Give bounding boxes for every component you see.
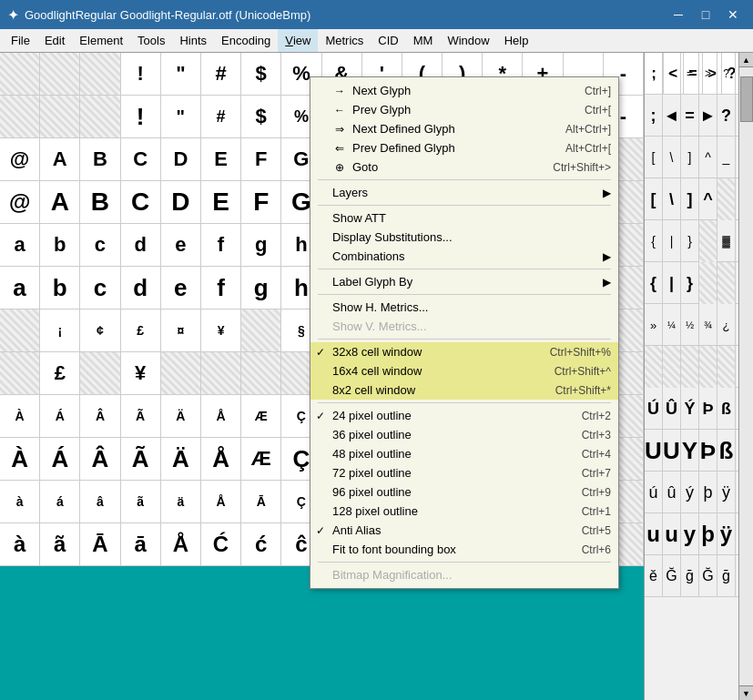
glyph-cell[interactable]: Á [40, 438, 80, 480]
right-glyph-cell[interactable]: ? [717, 95, 736, 137]
menu-show-h-metrics[interactable]: Show H. Metrics... [310, 298, 618, 317]
menu-window[interactable]: Window [440, 29, 496, 52]
glyph-cell[interactable] [161, 352, 201, 394]
right-glyph-cell[interactable]: u [663, 513, 681, 555]
glyph-cell[interactable]: E [201, 181, 241, 223]
menu-file[interactable]: File [4, 29, 37, 52]
glyph-cell[interactable] [0, 53, 40, 95]
glyph-cell[interactable]: £ [40, 352, 80, 394]
right-glyph-cell[interactable]: = [681, 53, 699, 95]
glyph-cell[interactable]: F [241, 181, 281, 223]
right-glyph-cell[interactable]: ÿ [717, 472, 736, 513]
right-glyph-cell[interactable]: ; [645, 95, 663, 137]
right-glyph-cell[interactable]: u [645, 513, 663, 555]
right-glyph-cell[interactable]: Þ [699, 430, 717, 472]
right-glyph-cell[interactable]: Ğ [699, 555, 717, 597]
right-glyph-cell[interactable]: | [663, 220, 681, 262]
right-glyph-cell[interactable] [699, 220, 717, 262]
right-glyph-cell[interactable]: ß [717, 430, 736, 472]
right-glyph-cell[interactable]: ▓ [717, 220, 736, 262]
right-glyph-cell[interactable]: ? [717, 53, 736, 95]
menu-48-pixel[interactable]: 48 pixel outline Ctrl+4 [310, 444, 618, 463]
glyph-cell[interactable]: Æ [241, 395, 281, 437]
right-glyph-cell[interactable]: » [645, 304, 663, 346]
right-glyph-cell[interactable]: ğ [717, 555, 736, 597]
right-glyph-cell[interactable]: ě [645, 555, 663, 597]
glyph-cell[interactable]: Â [80, 438, 120, 480]
right-glyph-cell[interactable] [645, 346, 663, 388]
right-glyph-cell[interactable]: | [663, 262, 681, 304]
glyph-cell[interactable]: d [121, 224, 161, 266]
right-glyph-cell[interactable]: \ [663, 137, 681, 178]
menu-hints[interactable]: Hints [172, 29, 214, 52]
glyph-cell[interactable]: d [121, 267, 161, 309]
right-glyph-cell[interactable] [699, 346, 717, 388]
glyph-cell[interactable]: Æ [241, 438, 281, 480]
maximize-button[interactable]: □ [693, 2, 718, 27]
right-glyph-cell[interactable]: Û [663, 388, 681, 430]
scroll-up-button[interactable]: ▲ [739, 53, 753, 67]
glyph-cell[interactable]: Á [40, 395, 80, 437]
glyph-cell[interactable] [241, 309, 281, 351]
scroll-down-button[interactable]: ▼ [739, 685, 753, 700]
glyph-cell[interactable]: a [0, 267, 40, 309]
right-glyph-cell[interactable]: } [681, 220, 699, 262]
glyph-cell[interactable]: ¢ [80, 309, 120, 351]
menu-help[interactable]: Help [497, 29, 536, 52]
right-glyph-cell[interactable]: U [645, 430, 663, 472]
glyph-cell[interactable]: ¤ [161, 309, 201, 351]
glyph-cell[interactable] [40, 96, 80, 137]
glyph-cell[interactable] [0, 309, 40, 351]
menu-element[interactable]: Element [72, 29, 130, 52]
glyph-cell[interactable]: Å [161, 523, 201, 565]
glyph-cell[interactable]: ã [121, 481, 161, 522]
right-glyph-cell[interactable]: ý [681, 472, 699, 513]
glyph-cell[interactable]: ¡ [40, 309, 80, 351]
glyph-cell[interactable]: c [80, 267, 120, 309]
glyph-cell[interactable]: $ [241, 96, 281, 137]
right-glyph-cell[interactable]: ß [717, 388, 736, 430]
right-glyph-cell[interactable]: Y [681, 430, 699, 472]
glyph-cell[interactable] [201, 352, 241, 394]
glyph-cell[interactable] [80, 53, 120, 95]
right-glyph-cell[interactable] [699, 262, 717, 304]
right-glyph-cell[interactable] [717, 178, 736, 220]
right-glyph-cell[interactable]: Ú [645, 388, 663, 430]
glyph-cell[interactable]: Ć [201, 523, 241, 565]
glyph-cell[interactable]: à [0, 481, 40, 522]
menu-next-defined-glyph[interactable]: ⇒ Next Defined Glyph Alt+Ctrl+] [310, 119, 618, 138]
right-glyph-cell[interactable]: ◄ [663, 95, 681, 137]
menu-tools[interactable]: Tools [130, 29, 172, 52]
glyph-cell[interactable]: Ā [241, 481, 281, 522]
right-glyph-cell[interactable]: { [645, 262, 663, 304]
menu-show-att[interactable]: Show ATT [310, 208, 618, 228]
menu-128-pixel[interactable]: 128 pixel outline Ctrl+1 [310, 502, 618, 521]
menu-prev-glyph[interactable]: ← Prev Glyph Ctrl+[ [310, 100, 618, 119]
right-glyph-cell[interactable]: ] [681, 137, 699, 178]
menu-layers[interactable]: Layers ▶ [310, 183, 618, 202]
glyph-cell[interactable]: Å [201, 438, 241, 480]
glyph-cell[interactable]: @ [0, 138, 40, 180]
menu-36-pixel[interactable]: 36 pixel outline Ctrl+3 [310, 425, 618, 444]
menu-32x8-cell[interactable]: ✓ 32x8 cell window Ctrl+Shift+% [310, 342, 618, 361]
glyph-cell[interactable]: B [80, 181, 120, 223]
glyph-cell[interactable]: ã [40, 523, 80, 565]
glyph-cell[interactable]: ā [121, 523, 161, 565]
menu-metrics[interactable]: Metrics [318, 29, 371, 52]
menu-combinations[interactable]: Combinations ▶ [310, 247, 618, 266]
glyph-cell[interactable]: ¥ [201, 309, 241, 351]
menu-72-pixel[interactable]: 72 pixel outline Ctrl+7 [310, 463, 618, 482]
glyph-cell[interactable]: # [201, 96, 241, 137]
glyph-cell[interactable]: g [241, 224, 281, 266]
right-glyph-cell[interactable]: } [681, 262, 699, 304]
glyph-cell[interactable]: Å [201, 481, 241, 522]
glyph-cell[interactable]: F [241, 138, 281, 180]
glyph-cell[interactable]: Ã [121, 395, 161, 437]
right-glyph-cell[interactable]: [ [645, 178, 663, 220]
glyph-cell[interactable]: £ [121, 309, 161, 351]
glyph-cell[interactable]: f [201, 267, 241, 309]
glyph-cell[interactable]: â [80, 481, 120, 522]
glyph-cell[interactable]: $ [241, 53, 281, 95]
right-glyph-cell[interactable]: ► [699, 95, 717, 137]
glyph-cell[interactable]: Ä [161, 395, 201, 437]
